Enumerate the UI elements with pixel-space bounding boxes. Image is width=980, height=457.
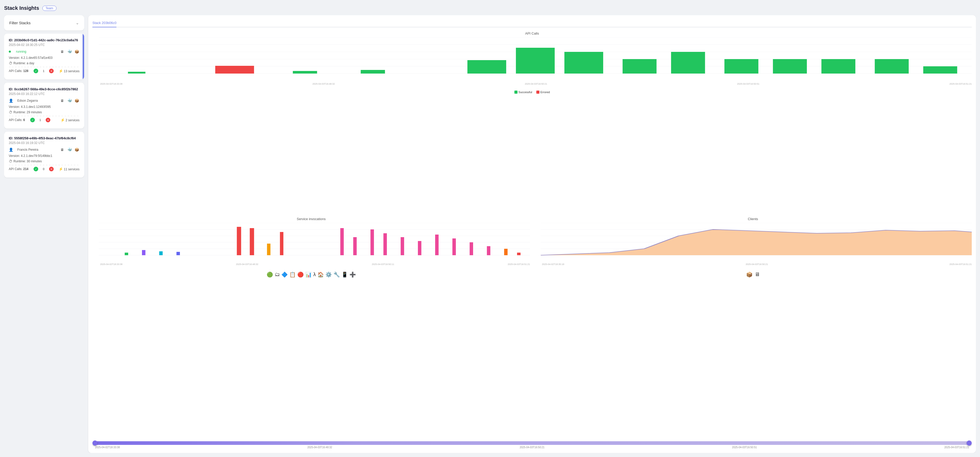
filter-panel[interactable]: Filter Stacks ⌄ <box>4 15 84 30</box>
slider-label-4: 2025-04-03T16:50:51 <box>732 446 757 449</box>
svg-rect-24 <box>923 66 957 73</box>
package-icon: 📦 <box>74 49 80 54</box>
version-2: Version: 4.3.1.dev1:12493f395 <box>9 105 51 109</box>
service-icon-7[interactable]: λ <box>313 271 316 278</box>
right-panel: Stack 203b06c0 API Calls <box>88 15 976 453</box>
svg-rect-12 <box>215 66 254 73</box>
service-icon-12[interactable]: ➕ <box>350 271 356 278</box>
runtime-label-3: ⏱ Runtime: 30 minutes <box>9 159 42 163</box>
api-calls-svg: 16 12 8 4 0 <box>99 37 972 81</box>
version-1: Version: 4.2.1.dev65:57af1e403 <box>9 56 52 60</box>
team-badge[interactable]: Team <box>42 6 57 11</box>
stack-date-2: 2025-04-03 16:22:12 UTC <box>9 92 80 96</box>
svg-rect-41 <box>250 228 254 255</box>
stack-card-1[interactable]: ID: 203b06c0-f1d1-442c-aa9c-76c23c0a6a76… <box>4 33 84 79</box>
api-calls-chart: API Calls 16 12 <box>92 32 972 213</box>
version-3: Version: 4.2.1.dev79:5f149bbc1 <box>9 154 52 158</box>
services-count-3: ⚡ 11 services <box>59 167 80 171</box>
svg-rect-44 <box>340 228 344 255</box>
svg-rect-37 <box>142 250 145 255</box>
svg-rect-55 <box>517 252 520 255</box>
stack-icons-3: 🖥 🐳 📦 <box>59 147 80 152</box>
slider-label-2: 2025-04-03T16:48:32 <box>307 446 332 449</box>
tab-header: Stack 203b06c0 <box>92 19 972 27</box>
service-icon-8[interactable]: 🏠 <box>317 271 324 278</box>
x-label-4: 2025-04-03T16:50:51 <box>737 83 760 85</box>
service-icon-11[interactable]: 📱 <box>342 271 348 278</box>
services-count-1: ⚡ 13 services <box>59 69 80 73</box>
status-indicator-1 <box>9 51 11 52</box>
legend-errored <box>536 90 539 94</box>
package-icon-2: 📦 <box>74 98 80 103</box>
sinv-x-label-2: 2025-04-03T16:48:32 <box>236 263 258 265</box>
chevron-down-icon: ⌄ <box>76 21 79 25</box>
clients-x-label-3: 2025-04-03T16:51:21 <box>949 263 972 265</box>
api-label-3: API Calls: 214 <box>9 167 29 171</box>
monitor-icon-3: 🖥 <box>59 147 65 152</box>
svg-rect-11 <box>128 72 146 73</box>
svg-rect-23 <box>875 59 909 73</box>
services-count-2: ⚡ 2 services <box>60 118 80 122</box>
client-icon-1[interactable]: 📦 <box>746 271 752 278</box>
status-text-1: running <box>16 50 26 53</box>
svg-rect-14 <box>361 70 385 73</box>
svg-rect-19 <box>671 52 705 73</box>
x-label-5: 2025-04-03T16:51:21 <box>949 83 972 85</box>
api-label-1: API Calls: 128 <box>9 69 29 73</box>
svg-rect-15 <box>468 60 506 73</box>
svg-rect-36 <box>125 252 128 255</box>
docker-icon-2: 🐳 <box>67 98 72 103</box>
client-icon-2[interactable]: 🖥 <box>755 271 760 278</box>
filter-label: Filter Stacks <box>9 21 31 25</box>
monitor-icon-2: 🖥 <box>59 98 65 103</box>
svg-rect-54 <box>504 249 508 255</box>
stack-card-3[interactable]: ID: 5558f258-e49b-4f53-8eac-47bf64c8cf64… <box>4 132 84 178</box>
x-label-1: 2025-04-02T18:33:38 <box>100 83 123 85</box>
clients-x-label-1: 2025-04-02T18:35:18 <box>542 263 565 265</box>
docker-icon-3: 🐳 <box>67 147 72 152</box>
slider-label-3: 2025-04-03T16:50:21 <box>520 446 544 449</box>
sidebar: Filter Stacks ⌄ ID: 203b06c0-f1d1-442c-a… <box>4 15 84 453</box>
slider-track[interactable] <box>95 441 969 445</box>
svg-rect-48 <box>401 237 404 255</box>
svg-rect-38 <box>159 251 162 255</box>
stack-date-1: 2025-04-02 18:30:25 UTC <box>9 43 80 47</box>
x-label-3: 2025-04-03T16:50:21 <box>525 83 547 85</box>
svg-rect-22 <box>821 59 856 73</box>
monitor-icon: 🖥 <box>59 49 65 54</box>
service-icon-1[interactable]: 🟢 <box>267 271 273 278</box>
service-icon-4[interactable]: 📋 <box>290 271 296 278</box>
service-icon-6[interactable]: 📊 <box>305 271 312 278</box>
svg-rect-43 <box>280 232 283 255</box>
svg-rect-51 <box>452 238 456 255</box>
x-label-2: 2025-04-03T16:48:32 <box>313 83 335 85</box>
clients-title: Clients <box>534 217 972 221</box>
svg-rect-50 <box>435 235 439 255</box>
service-icon-9[interactable]: ⚙️ <box>326 271 332 278</box>
time-slider[interactable]: 2025-04-02T18:33:38 2025-04-03T16:48:32 … <box>92 441 972 449</box>
svg-rect-16 <box>516 48 555 73</box>
slider-label-5: 2025-04-03T16:51:21 <box>944 446 969 449</box>
service-icon-3[interactable]: 🔷 <box>281 271 288 278</box>
stack-id-2: ID: 0ccb6267-568a-49e3-8cce-c6c85f2b7862 <box>9 87 80 91</box>
api-calls-title: API Calls <box>92 32 972 35</box>
slider-handle-left[interactable] <box>92 441 97 446</box>
success-badge-3: ✓ <box>33 167 38 171</box>
clients-chart: Clients 16 <box>534 217 972 435</box>
sinv-x-label-1: 2025-04-02T18:33:38 <box>100 263 123 265</box>
slider-label-1: 2025-04-02T18:33:38 <box>95 446 120 449</box>
stack-card-2[interactable]: ID: 0ccb6267-568a-49e3-8cce-c6c85f2b7862… <box>4 83 84 129</box>
tab-stack[interactable]: Stack 203b06c0 <box>92 19 116 27</box>
error-badge-3: ✕ <box>49 167 54 171</box>
success-badge-2: ✓ <box>30 117 35 122</box>
svg-rect-47 <box>383 233 387 255</box>
service-icon-5[interactable]: 🔴 <box>298 271 304 278</box>
clients-x-label-2: 2025-04-03T16:50:21 <box>746 263 768 265</box>
service-icons-row: 🟢 🗂 🔷 📋 🔴 📊 λ 🏠 ⚙️ 🔧 📱 ➕ <box>92 271 530 278</box>
success-badge-1: ✓ <box>33 69 38 73</box>
slider-handle-right[interactable] <box>967 441 972 446</box>
service-icon-10[interactable]: 🔧 <box>334 271 340 278</box>
legend-successful-label: Successful <box>519 90 532 94</box>
service-inv-title: Service invocations <box>92 217 530 221</box>
service-icon-2[interactable]: 🗂 <box>275 271 280 278</box>
